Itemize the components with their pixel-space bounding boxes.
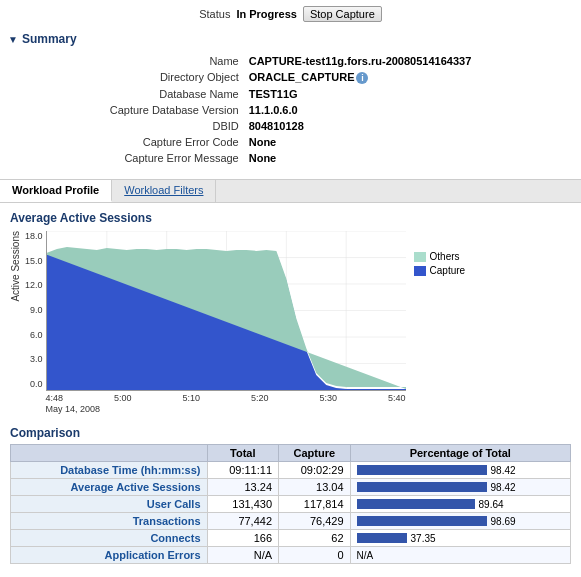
summary-field-label: Directory Object (106, 70, 243, 85)
summary-row: Directory ObjectORACLE_CAPTUREi (106, 70, 476, 85)
comparison-row: Database Time (hh:mm:ss)09:11:1109:02:29… (11, 462, 571, 479)
y-axis-tick: 3.0 (25, 354, 43, 364)
x-axis-tick: 4:48 (46, 393, 64, 403)
summary-title: Summary (22, 32, 77, 46)
col-header-metric (11, 445, 208, 462)
info-icon[interactable]: i (356, 72, 368, 84)
y-axis-tick: 0.0 (25, 379, 43, 389)
summary-fields: NameCAPTURE-test11g.fors.ru-200805141643… (0, 50, 581, 175)
chart-canvas (46, 231, 406, 391)
comparison-capture: 0 (279, 547, 351, 564)
legend-item: Others (414, 251, 466, 262)
chart-area: Active Sessions 18.015.012.09.06.03.00.0 (10, 231, 571, 414)
comparison-row: Average Active Sessions13.2413.0498.42 (11, 479, 571, 496)
summary-field-label: Database Name (106, 87, 243, 101)
legend-label: Others (430, 251, 460, 262)
bar-container: N/A (357, 550, 564, 561)
comparison-section: Comparison Total Capture Percentage of T… (0, 422, 581, 572)
percentage-bar (357, 499, 475, 509)
comparison-row-label: Average Active Sessions (11, 479, 208, 496)
y-axis-label: Active Sessions (10, 231, 21, 302)
summary-row: Capture Error MessageNone (106, 151, 476, 165)
comparison-pct: 98.42 (350, 462, 570, 479)
y-axis-tick: 9.0 (25, 305, 43, 315)
comparison-total: 13.24 (207, 479, 279, 496)
chart-with-axes: Active Sessions 18.015.012.09.06.03.00.0 (10, 231, 406, 414)
comparison-header-row: Total Capture Percentage of Total (11, 445, 571, 462)
bar-container: 98.69 (357, 516, 564, 527)
x-axis-labels: 4:485:005:105:205:305:40 (46, 393, 406, 403)
x-axis-tick: 5:20 (251, 393, 269, 403)
comparison-capture: 76,429 (279, 513, 351, 530)
legend-label: Capture (430, 265, 466, 276)
summary-details-table: NameCAPTURE-test11g.fors.ru-200805141643… (104, 52, 478, 167)
bar-container: 89.64 (357, 499, 564, 510)
chart-svg (47, 231, 406, 390)
status-bar: Status In Progress Stop Capture (0, 0, 581, 28)
tab-workload-profile[interactable]: Workload Profile (0, 180, 112, 202)
comparison-title: Comparison (10, 426, 571, 440)
summary-row: Database NameTEST11G (106, 87, 476, 101)
comparison-row-label: Application Errors (11, 547, 208, 564)
comparison-row: User Calls131,430117,81489.64 (11, 496, 571, 513)
comparison-capture: 117,814 (279, 496, 351, 513)
summary-row: Capture Error CodeNone (106, 135, 476, 149)
comparison-row: Connects1666237.35 (11, 530, 571, 547)
summary-field-value: TEST11G (245, 87, 476, 101)
summary-field-label: Capture Database Version (106, 103, 243, 117)
summary-field-label: DBID (106, 119, 243, 133)
legend-color-box (414, 266, 426, 276)
x-axis-tick: 5:00 (114, 393, 132, 403)
summary-field-value: 804810128 (245, 119, 476, 133)
comparison-row-label: Transactions (11, 513, 208, 530)
comparison-capture: 62 (279, 530, 351, 547)
summary-header[interactable]: ▼ Summary (0, 28, 581, 50)
tabs-container: Workload Profile Workload Filters (0, 179, 581, 203)
comparison-row-label: User Calls (11, 496, 208, 513)
legend-item: Capture (414, 265, 466, 276)
stop-capture-button[interactable]: Stop Capture (303, 6, 382, 22)
comparison-row-label: Connects (11, 530, 208, 547)
chart-title: Average Active Sessions (10, 211, 571, 225)
percentage-bar (357, 465, 487, 475)
x-axis-tick: 5:10 (183, 393, 201, 403)
percentage-bar (357, 482, 487, 492)
y-axis: 18.015.012.09.06.03.00.0 (25, 231, 43, 391)
comparison-total: 131,430 (207, 496, 279, 513)
x-axis-tick: 5:30 (319, 393, 337, 403)
summary-row: NameCAPTURE-test11g.fors.ru-200805141643… (106, 54, 476, 68)
chart-section: Average Active Sessions Active Sessions … (0, 203, 581, 422)
summary-field-value: ORACLE_CAPTUREi (245, 70, 476, 85)
comparison-total: N/A (207, 547, 279, 564)
col-header-pct: Percentage of Total (350, 445, 570, 462)
bar-container: 37.35 (357, 533, 564, 544)
comparison-row: Application ErrorsN/A0N/A (11, 547, 571, 564)
legend-color-box (414, 252, 426, 262)
summary-field-label: Capture Error Message (106, 151, 243, 165)
percentage-value: 98.42 (491, 465, 516, 476)
summary-field-value: None (245, 151, 476, 165)
bar-container: 98.42 (357, 465, 564, 476)
comparison-table: Total Capture Percentage of Total Databa… (10, 444, 571, 564)
y-axis-tick: 6.0 (25, 330, 43, 340)
comparison-pct: 98.69 (350, 513, 570, 530)
y-axis-tick: 18.0 (25, 231, 43, 241)
col-header-total: Total (207, 445, 279, 462)
percentage-value: 89.64 (479, 499, 504, 510)
comparison-row: Transactions77,44276,42998.69 (11, 513, 571, 530)
summary-field-label: Capture Error Code (106, 135, 243, 149)
y-axis-tick: 15.0 (25, 256, 43, 266)
summary-field-label: Name (106, 54, 243, 68)
x-axis-tick: 5:40 (388, 393, 406, 403)
summary-field-value: CAPTURE-test11g.fors.ru-20080514164337 (245, 54, 476, 68)
tab-workload-filters[interactable]: Workload Filters (112, 180, 216, 202)
summary-row: DBID804810128 (106, 119, 476, 133)
status-value: In Progress (236, 8, 297, 20)
summary-field-value: 11.1.0.6.0 (245, 103, 476, 117)
percentage-bar (357, 533, 407, 543)
summary-row: Capture Database Version11.1.0.6.0 (106, 103, 476, 117)
percentage-value: 98.42 (491, 482, 516, 493)
comparison-total: 77,442 (207, 513, 279, 530)
percentage-value: N/A (357, 550, 374, 561)
comparison-capture: 09:02:29 (279, 462, 351, 479)
